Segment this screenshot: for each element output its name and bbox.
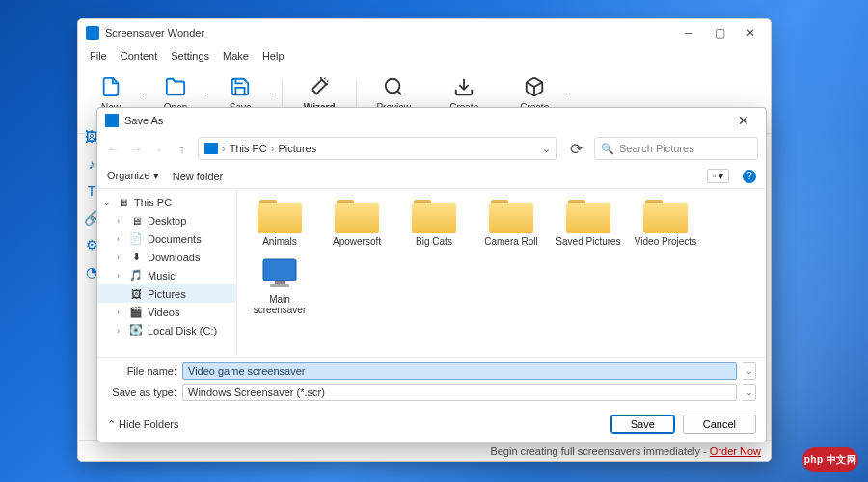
order-now-link[interactable]: Order Now <box>710 445 761 457</box>
folder-item[interactable]: Video Projects <box>631 195 700 249</box>
app-title: Screensaver Wonder <box>105 27 682 39</box>
search-input[interactable]: 🔍 Search Pictures <box>594 137 758 160</box>
folder-item[interactable]: Big Cats <box>399 195 469 249</box>
status-text: Begin creating full screensavers immedia… <box>490 445 706 457</box>
up-button[interactable]: ↑ <box>175 142 190 156</box>
close-button[interactable]: ✕ <box>744 26 757 40</box>
menu-help[interactable]: Help <box>257 48 290 64</box>
toolbar-row: Organize ▾ New folder ▫ ▾ ? <box>97 164 766 189</box>
minimize-button[interactable]: ─ <box>682 26 695 40</box>
save-button[interactable]: Save <box>610 415 675 434</box>
menu-content[interactable]: Content <box>115 48 164 64</box>
app-icon <box>86 26 99 40</box>
maximize-button[interactable]: ▢ <box>713 26 726 40</box>
cancel-button[interactable]: Cancel <box>683 415 756 434</box>
refresh-button[interactable]: ⟳ <box>565 140 586 158</box>
download-icon <box>452 75 475 98</box>
chevron-right-icon: › <box>222 143 226 154</box>
folder-item[interactable]: Apowersoft <box>322 195 392 249</box>
screensaver-icon <box>258 254 302 291</box>
back-button[interactable]: ← <box>105 142 121 156</box>
tree-this-pc[interactable]: ⌄🖥This PC <box>97 193 236 211</box>
save-icon <box>229 75 252 98</box>
folder-icon <box>164 75 187 98</box>
saveastype-select[interactable]: Windows Screensaver (*.scr) <box>182 384 737 401</box>
tree-item-pictures[interactable]: 🖼Pictures <box>97 284 236 303</box>
svg-rect-3 <box>270 284 289 287</box>
box-icon <box>523 75 546 98</box>
tree-item-music[interactable]: ›🎵Music <box>97 266 236 284</box>
breadcrumb-dropdown[interactable]: ⌄ <box>542 143 551 155</box>
dialog-icon <box>105 114 119 127</box>
folder-icon <box>489 197 533 233</box>
file-list: AnimalsApowersoftBig CatsCamera RollSave… <box>237 189 766 357</box>
organize-menu[interactable]: Organize ▾ <box>107 170 159 182</box>
folder-tree: ⌄🖥This PC›🖥Desktop›📄Documents›⬇Downloads… <box>97 189 237 357</box>
menu-make[interactable]: Make <box>217 48 255 64</box>
new-folder-button[interactable]: New folder <box>173 171 224 182</box>
tree-item-desktop[interactable]: ›🖥Desktop <box>97 211 236 229</box>
dialog-footer: ⌃ Hide Folders Save Cancel <box>97 410 766 442</box>
recent-dropdown[interactable]: ⌄ <box>151 144 167 153</box>
tree-item-localdiskc[interactable]: ›💽Local Disk (C:) <box>97 321 236 339</box>
save-as-dialog: Save As ✕ ← → ⌄ ↑ › This PC › Pictures ⌄… <box>96 107 767 442</box>
folder-icon <box>335 197 379 233</box>
filename-input[interactable]: Video game screensaver <box>182 362 737 380</box>
saveastype-dropdown[interactable]: ⌄ <box>743 384 756 401</box>
filename-panel: File name: Video game screensaver ⌄ Save… <box>97 357 766 410</box>
breadcrumb-item[interactable]: This PC <box>230 143 267 154</box>
breadcrumb-item[interactable]: Pictures <box>278 143 316 154</box>
pc-icon <box>204 143 218 154</box>
folder-icon <box>258 197 302 233</box>
search-placeholder: Search Pictures <box>619 143 694 154</box>
dialog-title: Save As <box>124 115 729 126</box>
status-bar: Begin creating full screensavers immedia… <box>78 440 771 461</box>
navigation-row: ← → ⌄ ↑ › This PC › Pictures ⌄ ⟳ 🔍 Searc… <box>97 133 766 164</box>
menu-bar: FileContentSettingsMakeHelp <box>78 46 771 66</box>
folder-icon <box>412 197 456 233</box>
dialog-titlebar: Save As ✕ <box>97 108 766 133</box>
forward-button[interactable]: → <box>128 142 144 156</box>
folder-item[interactable]: Saved Pictures <box>554 195 623 249</box>
svg-rect-2 <box>275 281 285 284</box>
folder-icon <box>643 197 688 233</box>
saveastype-label: Save as type: <box>107 387 176 398</box>
svg-point-0 <box>386 79 400 94</box>
filename-label: File name: <box>107 365 176 377</box>
chevron-right-icon: › <box>271 143 275 154</box>
dialog-close-button[interactable]: ✕ <box>729 113 758 128</box>
filename-dropdown[interactable]: ⌄ <box>743 362 756 380</box>
hide-folders-toggle[interactable]: ⌃ Hide Folders <box>107 418 178 431</box>
file-icon <box>99 75 122 98</box>
file-item[interactable]: Main screensaver <box>245 253 314 317</box>
menu-file[interactable]: File <box>84 48 113 64</box>
tree-item-documents[interactable]: ›📄Documents <box>97 229 236 248</box>
search-icon <box>382 75 405 98</box>
wand-icon <box>308 75 331 98</box>
svg-rect-1 <box>263 259 296 281</box>
folder-item[interactable]: Animals <box>245 195 314 249</box>
folder-item[interactable]: Camera Roll <box>476 195 546 249</box>
titlebar: Screensaver Wonder ─ ▢ ✕ <box>78 19 771 46</box>
tree-item-videos[interactable]: ›🎬Videos <box>97 303 236 321</box>
help-button[interactable]: ? <box>743 170 756 183</box>
view-options-button[interactable]: ▫ ▾ <box>707 169 729 183</box>
folder-icon <box>566 197 610 233</box>
search-icon: 🔍 <box>601 143 614 155</box>
watermark-badge: php 中文网 <box>802 447 858 472</box>
tree-item-downloads[interactable]: ›⬇Downloads <box>97 248 236 266</box>
breadcrumb-bar[interactable]: › This PC › Pictures ⌄ <box>198 137 557 160</box>
menu-settings[interactable]: Settings <box>165 48 215 64</box>
